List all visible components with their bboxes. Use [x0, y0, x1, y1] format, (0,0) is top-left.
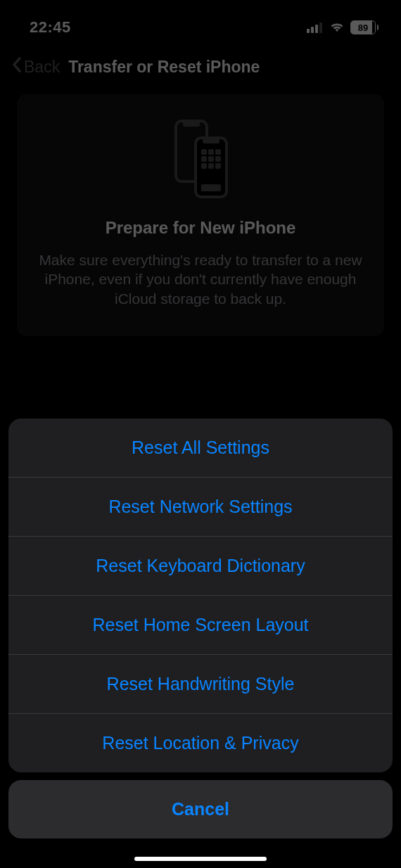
svg-rect-6 [196, 138, 227, 197]
svg-rect-10 [215, 149, 221, 155]
cancel-button[interactable]: Cancel [8, 780, 393, 838]
svg-rect-1 [311, 27, 314, 33]
wifi-icon [329, 22, 345, 33]
status-bar: 22:45 89 [0, 0, 401, 42]
action-sheet-options: Reset All Settings Reset Network Setting… [8, 419, 393, 772]
navigation-bar: Back Transfer or Reset iPhone [0, 42, 401, 94]
svg-rect-17 [201, 184, 221, 191]
svg-rect-8 [201, 149, 207, 155]
reset-all-settings-button[interactable]: Reset All Settings [8, 419, 393, 478]
prepare-title: Prepare for New iPhone [37, 218, 364, 238]
back-button[interactable]: Back [11, 56, 60, 77]
reset-keyboard-dictionary-button[interactable]: Reset Keyboard Dictionary [8, 537, 393, 596]
page-title: Transfer or Reset iPhone [68, 58, 260, 77]
cellular-signal-icon [307, 22, 324, 33]
status-time: 22:45 [30, 18, 71, 37]
svg-rect-5 [183, 121, 200, 127]
reset-home-screen-layout-button[interactable]: Reset Home Screen Layout [8, 596, 393, 655]
svg-rect-13 [215, 156, 221, 162]
reset-handwriting-style-button[interactable]: Reset Handwriting Style [8, 655, 393, 714]
phone-transfer-icon [37, 120, 364, 198]
svg-rect-16 [215, 163, 221, 169]
svg-rect-4 [176, 121, 207, 181]
prepare-description: Make sure everything's ready to transfer… [37, 250, 364, 308]
svg-rect-3 [319, 23, 322, 33]
svg-rect-14 [201, 163, 207, 169]
battery-level: 89 [358, 23, 368, 33]
action-sheet-cancel-group: Cancel [8, 780, 393, 838]
status-indicators: 89 [307, 20, 378, 34]
svg-rect-15 [208, 163, 214, 169]
svg-rect-12 [208, 156, 214, 162]
home-indicator[interactable] [134, 857, 267, 861]
svg-rect-0 [307, 29, 310, 33]
back-label: Back [24, 58, 60, 77]
svg-rect-9 [208, 149, 214, 155]
svg-rect-11 [201, 156, 207, 162]
prepare-card: Prepare for New iPhone Make sure everyth… [17, 94, 384, 336]
svg-rect-7 [203, 138, 219, 143]
battery-icon: 89 [350, 20, 378, 34]
reset-location-privacy-button[interactable]: Reset Location & Privacy [8, 714, 393, 772]
reset-network-settings-button[interactable]: Reset Network Settings [8, 478, 393, 537]
action-sheet: Reset All Settings Reset Network Setting… [8, 419, 393, 838]
svg-rect-2 [315, 25, 318, 33]
chevron-left-icon [11, 56, 23, 77]
